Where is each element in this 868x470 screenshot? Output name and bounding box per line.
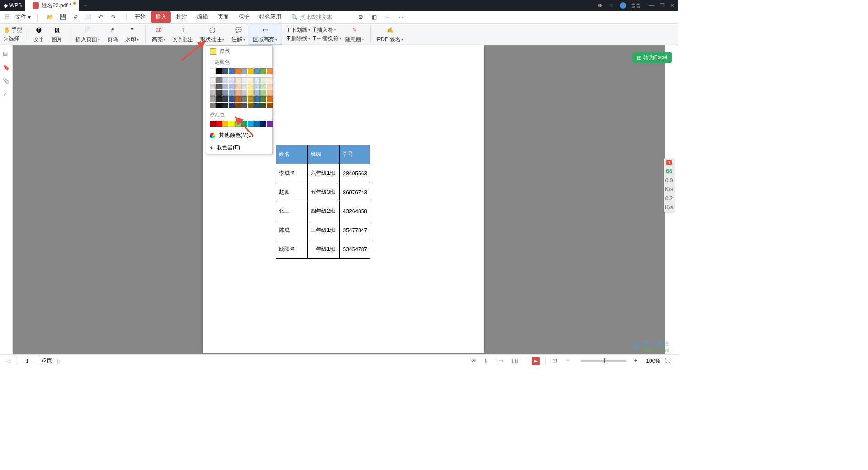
new-tab-button[interactable]: + — [79, 2, 92, 9]
restore-button[interactable]: ❐ — [660, 2, 665, 9]
color-swatch[interactable] — [216, 90, 222, 96]
color-swatch[interactable] — [241, 96, 247, 102]
signatures-icon[interactable]: ✓ — [3, 91, 10, 99]
tab-special[interactable]: 特色应用 — [255, 11, 286, 23]
color-swatch[interactable] — [260, 84, 266, 89]
auto-color-row[interactable]: 自动 — [206, 46, 272, 57]
color-swatch[interactable] — [267, 103, 273, 108]
menu-hamburger-icon[interactable]: ☰ — [3, 13, 12, 22]
undo-icon[interactable]: ↶ — [96, 13, 105, 22]
color-swatch[interactable] — [222, 68, 228, 74]
redo-icon[interactable]: ↷ — [109, 13, 118, 22]
color-swatch[interactable] — [216, 84, 222, 89]
color-swatch[interactable] — [222, 121, 228, 127]
color-swatch[interactable] — [254, 121, 260, 127]
attachments-icon[interactable]: 📎 — [3, 78, 10, 85]
tab-annotate[interactable]: 批注 — [172, 11, 192, 23]
color-swatch[interactable] — [235, 96, 241, 102]
tab-page[interactable]: 页面 — [213, 11, 233, 23]
color-swatch[interactable] — [241, 90, 247, 96]
color-swatch[interactable] — [248, 90, 254, 96]
minimize-button[interactable]: — — [649, 2, 654, 9]
color-swatch[interactable] — [254, 68, 260, 74]
color-swatch[interactable] — [248, 103, 254, 108]
color-swatch[interactable] — [241, 77, 247, 83]
color-swatch[interactable] — [260, 90, 266, 96]
zoom-slider[interactable] — [581, 360, 626, 362]
color-swatch[interactable] — [216, 121, 222, 127]
color-swatch[interactable] — [222, 90, 228, 96]
skin-icon[interactable]: ◧ — [369, 13, 378, 22]
replace-button[interactable]: T↔替换符▾ — [313, 35, 341, 42]
eyedropper-row[interactable]: ⌖ 取色器(E) — [206, 141, 272, 154]
color-swatch[interactable] — [235, 90, 241, 96]
more-colors-row[interactable]: 其他颜色(M)... — [206, 129, 272, 141]
color-swatch[interactable] — [216, 96, 222, 102]
message-icon[interactable]: ♡ — [608, 2, 615, 9]
color-swatch[interactable] — [216, 77, 222, 83]
color-swatch[interactable] — [229, 96, 235, 102]
zoom-fit-icon[interactable]: ⊡ — [552, 357, 560, 365]
underline-button[interactable]: T̲下划线▾ — [287, 26, 310, 34]
text-button[interactable]: 🅣文字 — [30, 24, 48, 44]
tab-edit[interactable]: 编辑 — [193, 11, 212, 23]
thumbnails-icon[interactable]: ▤ — [3, 51, 10, 58]
canvas-area[interactable]: 姓名 班级 学号 李成名六年级1班28405563 赵四五年级3班8697674… — [13, 45, 665, 354]
color-swatch[interactable] — [210, 96, 216, 102]
color-swatch[interactable] — [229, 103, 235, 108]
save-icon[interactable]: 💾 — [58, 13, 67, 22]
select-tool[interactable]: ▷选择 — [4, 35, 22, 42]
color-swatch[interactable] — [260, 68, 266, 74]
eye-icon[interactable]: 👁 — [471, 357, 478, 365]
color-swatch[interactable] — [229, 84, 235, 89]
color-swatch[interactable] — [260, 121, 266, 127]
color-swatch[interactable] — [254, 96, 260, 102]
area-highlight-button[interactable]: ▭区域高亮▾ — [249, 24, 281, 45]
color-swatch[interactable] — [260, 77, 266, 83]
print-preview-icon[interactable]: 📄 — [84, 13, 93, 22]
page-number-button[interactable]: #页码 — [104, 24, 122, 44]
color-swatch[interactable] — [229, 77, 235, 83]
color-swatch[interactable] — [267, 68, 273, 74]
color-swatch[interactable] — [210, 68, 216, 74]
convert-to-excel-button[interactable]: ⊞ 转为Excel — [632, 52, 672, 63]
color-swatch[interactable] — [254, 90, 260, 96]
counter-icon[interactable]: ❶ — [596, 2, 604, 9]
tab-start[interactable]: 开始 — [130, 11, 150, 23]
color-swatch[interactable] — [235, 103, 241, 108]
user-avatar-icon[interactable] — [620, 2, 626, 9]
text-annotation-button[interactable]: T̲文字批注 — [169, 24, 196, 44]
shape-annotation-button[interactable]: ◯形状批注▾ — [196, 24, 228, 44]
color-swatch[interactable] — [235, 84, 241, 89]
open-icon[interactable]: 📂 — [46, 13, 55, 22]
color-swatch[interactable] — [241, 84, 247, 89]
color-swatch[interactable] — [248, 96, 254, 102]
fullscreen-icon[interactable]: ⛶ — [665, 357, 672, 365]
collapse-icon[interactable]: ︿ — [383, 13, 392, 22]
note-button[interactable]: 💬注解▾ — [228, 24, 249, 44]
signature-button[interactable]: ✍PDF 签名▾ — [373, 24, 406, 44]
network-widget[interactable]: 1 66 0.0 K/s 0.2 K/s — [664, 158, 675, 212]
highlight-button[interactable]: ab高亮▾ — [148, 24, 169, 44]
color-swatch[interactable] — [241, 103, 247, 108]
view-continuous-icon[interactable]: ▭ — [498, 357, 505, 365]
zoom-in-button[interactable]: + — [634, 357, 641, 365]
color-swatch[interactable] — [254, 77, 260, 83]
page-number-input[interactable] — [16, 357, 38, 365]
freehand-button[interactable]: ✎随意画▾ — [341, 24, 368, 44]
search-input[interactable] — [300, 14, 354, 20]
file-menu[interactable]: 文件 ▾ — [13, 13, 33, 21]
color-swatch[interactable] — [254, 84, 260, 89]
color-swatch[interactable] — [267, 84, 273, 89]
color-swatch[interactable] — [248, 77, 254, 83]
color-swatch[interactable] — [210, 121, 216, 127]
play-button[interactable]: ▶ — [532, 357, 540, 365]
color-swatch[interactable] — [260, 96, 266, 102]
color-swatch[interactable] — [267, 96, 273, 102]
color-swatch[interactable] — [267, 90, 273, 96]
settings-icon[interactable]: ⚙ — [356, 13, 365, 22]
hand-tool[interactable]: ✋手型 — [4, 26, 22, 34]
color-swatch[interactable] — [229, 121, 235, 127]
color-swatch[interactable] — [248, 121, 254, 127]
color-swatch[interactable] — [267, 77, 273, 83]
